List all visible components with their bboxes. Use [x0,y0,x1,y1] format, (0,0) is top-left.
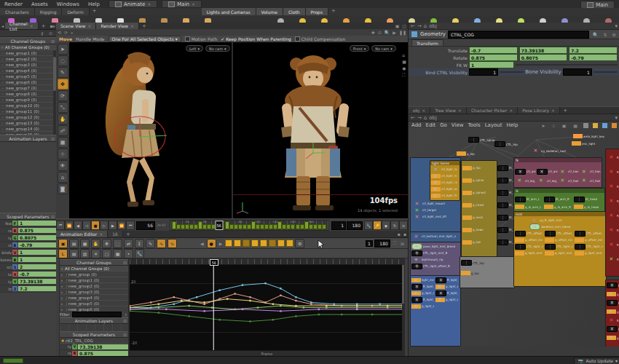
key-preset-5[interactable] [260,240,267,247]
node[interactable]: g_neck [462,211,496,223]
color-swatch-blue[interactable] [602,123,607,128]
channel-group-row[interactable]: ▸/new_group2 (0) [60,283,128,289]
node[interactable]: ✕light_mnt_poseblend [411,277,435,283]
grid-toggle-icon[interactable]: ▦ [402,59,406,64]
key-preset-1[interactable] [225,240,232,247]
shelf-tab[interactable]: Characters [0,8,35,15]
gear-icon[interactable]: ⊙ [123,332,127,337]
loop-mode-icon[interactable]: ↻ [390,221,399,230]
timeline-playhead[interactable]: 56 [215,221,223,230]
set-key-icon[interactable]: ● [207,239,216,248]
node[interactable]: ✕ctl_hand_R [580,168,602,175]
node[interactable]: g_spine2 [462,186,496,199]
channel-group-row[interactable]: ⌐new_group4 (0) [0,68,56,74]
pane-add-tab-button[interactable]: + [560,108,570,114]
smooth-tangent-icon[interactable]: ▥ [80,249,90,258]
bake-icon[interactable]: ▦ [113,249,122,258]
play-button[interactable]: ▶ [109,221,117,230]
play-reverse-button[interactable]: ◀ [74,221,82,230]
presets-icon[interactable]: ⇅ [602,32,609,37]
channel-row[interactable]: tzZ7.2 [0,285,56,293]
netbox-ik-controls[interactable]: ik IK_arm_LIK_arm_RIK_headg_ik_arm_Lg_ik… [513,188,605,213]
netbox-pose-blend[interactable]: ✳pose_light_mnt_blend✳CTL_light_mnt_B✳li… [410,242,461,277]
node[interactable]: IK_arm_R [544,196,573,202]
node[interactable]: g_offset_mnt_C [575,237,604,243]
node[interactable]: ✕cg_skeleton_root [531,149,569,153]
shelf-add-tab-button[interactable]: + [90,8,100,15]
snap-grid-icon[interactable]: ▦ [58,137,68,148]
timeline-key[interactable] [322,224,326,229]
node[interactable]: ✕ctl_light_mid [431,173,459,179]
channel-row[interactable]: tyY73.39138 [0,278,56,285]
node-path[interactable]: obj [429,23,437,29]
shelf-add-tab-button[interactable]: + [328,8,339,15]
node[interactable]: ✕ctl_foot_L [558,178,580,184]
node[interactable]: g_offset_mnt_B [545,237,575,243]
node[interactable]: ✕ctl_hand_L [558,168,580,175]
go-start-button[interactable]: ⏮ [56,221,65,230]
channel-group-row[interactable]: ⌐new_group12 (0) [0,114,56,120]
netbox-mounts[interactable]: mnt ✕cg_R_light_mnt✕skeleton_mnt_blend C… [513,211,607,287]
node[interactable]: ✕skeleton_mnt_blend [529,223,605,230]
linear-tangent-icon[interactable]: L [58,249,68,258]
menu-item[interactable]: Windows [52,1,84,7]
channel-group-row[interactable]: ⌐new_group6 (0) [0,79,56,85]
step-back-button[interactable]: ◁ [82,221,91,230]
bind-visibility-slider[interactable] [500,71,524,73]
forward-arrow-icon[interactable]: → [417,23,422,29]
channel-row[interactable]: txX-0.7 [0,271,56,278]
scale-keys-icon[interactable]: ⇄ [124,239,133,248]
camera-tool-icon[interactable]: ⌂ [58,172,68,183]
stats-icon[interactable]: Σ [135,239,144,248]
move-keys-icon[interactable]: ✥ [102,239,111,248]
redo-view-icon[interactable]: ⟳ [63,30,69,35]
node[interactable]: ✕ctl_target [412,207,457,213]
channel-group-row[interactable]: ⌐new_group14 (0) [0,126,56,132]
pose-tool-icon[interactable]: ☍ [58,125,68,136]
netbox-straps[interactable]: ✕R_strap_A✕g_strap_A✕R_strap_B✕g_strap_B… [605,280,619,347]
anim-range-start[interactable]: 1 [366,240,373,247]
timeline-ruler[interactable]: 2040608010012014016056 [170,220,329,231]
menu-item[interactable]: Render [0,1,27,7]
playbar-settings-icon[interactable]: 🔧 [364,221,373,230]
scoped-group-row[interactable]: ✱ctl2_TRL_COG [60,338,128,344]
node[interactable]: ✕ctl_light_rig [431,179,459,186]
lock-range-icon[interactable]: ⊞ [399,241,406,246]
pause-icon[interactable]: ❚❚ [398,30,408,35]
node[interactable]: CTL_offset_mnt_A [515,230,545,237]
undo-view-icon[interactable]: ⟲ [56,30,63,35]
child-compensation-checkbox[interactable]: Child Compensation [295,36,345,41]
desktop-tab[interactable]: Main× [162,0,202,8]
node[interactable]: ✕g_strap_A [607,290,619,298]
close-icon[interactable]: × [458,108,462,113]
fkw-slider[interactable] [516,64,618,66]
auto-key-icon[interactable]: 🔑 [373,221,382,230]
spline-curve-icon[interactable]: ∿ [167,239,177,248]
netbox-light-straps[interactable]: ✕light_mnt_poseblend✕R_light_strap_1✕R_l… [410,275,461,347]
node[interactable]: ✕R_light_strap_4 [411,296,435,303]
current-frame-field[interactable]: 56 [136,221,155,230]
color-swatch-orange[interactable] [612,123,617,128]
netbox-goals[interactable]: g_hipg_spineg_spine2g_chestg_neckg_headg… [461,160,497,258]
fps-field[interactable]: 29.97 [157,223,166,227]
render-region-icon[interactable]: ◙ [58,183,68,194]
node[interactable]: ✕g_light_strap_4 [411,303,435,309]
menu-item[interactable]: Assets [27,1,52,7]
network-tab[interactable]: obj× [409,107,430,114]
node[interactable]: ✕R_light_strap_2 [411,283,435,290]
node[interactable]: g_offset_mnt_A [515,237,545,243]
node[interactable]: CTL_hip [494,141,519,147]
close-icon[interactable]: × [147,1,151,7]
channel-row[interactable]: tyY73.39138 [60,344,128,350]
pane-tab-channel-list[interactable]: Channel List× [5,23,39,29]
pane-add-tab-button[interactable]: + [139,23,149,29]
color-swatch-yellow[interactable] [593,123,598,128]
move-tool-icon[interactable]: ✥ [58,79,68,90]
channel-group-row[interactable]: ⌐new_group7 (0) [0,85,56,91]
node[interactable]: ✕ctl_light_mount [412,200,457,207]
node[interactable]: g_ik_arm_L [515,204,544,210]
network-menu-item[interactable]: Go [440,122,447,128]
channel-group-row[interactable]: ⌐new_group9 (0) [0,97,56,103]
node[interactable]: ✕ctl_light_mnt_lift [412,213,457,220]
network-tab[interactable]: Character Picker× [467,107,518,114]
